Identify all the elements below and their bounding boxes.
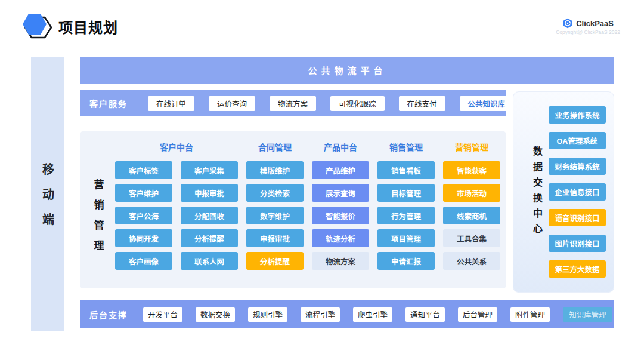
dc-item-oa-management-system[interactable]: OA管理系统 — [549, 132, 606, 149]
sidebar-label: 移动端 — [39, 150, 57, 238]
button-online-payment[interactable]: 在线支付 — [399, 96, 445, 111]
matrix-cell[interactable]: 物流方案 — [312, 252, 369, 270]
matrix-cell[interactable]: 模版维护 — [246, 161, 304, 179]
matrix-cell[interactable]: 项目管理 — [377, 229, 435, 247]
matrix-cell[interactable]: 分析提醒 — [181, 229, 238, 247]
brand-block: ClickPaaS Copyright@ ClickPaaS 2022 — [556, 18, 620, 35]
matrix-cell[interactable]: 行为管理 — [377, 207, 435, 224]
button-crawler-engine[interactable]: 爬虫引擎 — [353, 307, 392, 322]
matrix-row-label: 营销管理 — [91, 179, 106, 260]
button-visual-tracking[interactable]: 可视化跟踪 — [330, 96, 385, 111]
button-attachment-management[interactable]: 附件管理 — [510, 307, 550, 322]
platform-banner-title: 公共物流平台 — [308, 64, 386, 76]
marketing-matrix-panel: 营销管理 客户中台 合同管理 产品中台 销售管理 营销管理 客户标签 客户采集 … — [80, 131, 506, 288]
matrix-cell[interactable]: 市场活动 — [443, 184, 500, 202]
matrix-cell[interactable]: 展示查询 — [312, 184, 369, 202]
data-exchange-center-panel: 数据交换中心 业务操作系统 OA管理系统 财务结算系统 企业信息接口 语音识别接… — [513, 91, 614, 293]
matrix-cell[interactable]: 申报审批 — [181, 184, 238, 202]
backend-support-label: 后台支撑 — [89, 309, 140, 321]
button-online-order[interactable]: 在线订单 — [148, 96, 194, 111]
matrix-cell[interactable]: 客户画像 — [115, 252, 172, 270]
matrix-cell[interactable]: 分析提醒 — [246, 252, 304, 270]
sidebar-mobile: 移动端 — [31, 57, 64, 331]
matrix-cell[interactable]: 数字维护 — [246, 207, 304, 224]
button-process-engine[interactable]: 流程引擎 — [301, 307, 340, 322]
matrix-cell[interactable]: 智能报价 — [312, 207, 369, 224]
dc-item-image-recognition-interface[interactable]: 图片识别接口 — [549, 235, 606, 252]
matrix-cell[interactable]: 工具合集 — [443, 229, 500, 247]
matrix-cell[interactable]: 客户公海 — [115, 207, 172, 224]
button-backend-management[interactable]: 后台管理 — [458, 307, 497, 322]
matrix-cell[interactable]: 线索商机 — [443, 207, 500, 224]
customer-service-band: 客户服务 在线订单 运价查询 物流方案 可视化跟踪 在线支付 公共知识库 — [80, 90, 506, 116]
dc-item-financial-settlement-system[interactable]: 财务结算系统 — [549, 158, 606, 175]
matrix-cell[interactable]: 智能获客 — [443, 161, 500, 179]
data-center-items: 业务操作系统 OA管理系统 财务结算系统 企业信息接口 语音识别接口 图片识别接… — [549, 106, 606, 278]
matrix-cell[interactable]: 销售看板 — [377, 161, 435, 179]
dc-item-third-party-big-data[interactable]: 第三方大数据 — [549, 260, 606, 278]
customer-service-buttons: 在线订单 运价查询 物流方案 可视化跟踪 在线支付 公共知识库 — [148, 96, 513, 111]
clickpaas-logo-icon — [562, 18, 573, 29]
header-contract-management: 合同管理 — [246, 141, 304, 153]
button-logistics-plan[interactable]: 物流方案 — [270, 96, 316, 111]
matrix-cell[interactable]: 申请汇报 — [377, 252, 435, 270]
matrix-cell[interactable]: 产品维护 — [312, 161, 369, 179]
backend-buttons: 开发平台 数据交换 规则引擎 流程引擎 爬虫引擎 通知平台 后台管理 附件管理 … — [143, 307, 612, 322]
button-rule-engine[interactable]: 规则引擎 — [248, 307, 287, 322]
matrix-cell[interactable]: 申报审批 — [246, 229, 304, 247]
copyright-text: Copyright@ ClickPaaS 2022 — [556, 29, 620, 35]
button-data-exchange[interactable]: 数据交换 — [196, 307, 235, 322]
matrix-cell[interactable]: 目标管理 — [377, 184, 435, 202]
dc-item-enterprise-info-interface[interactable]: 企业信息接口 — [549, 183, 606, 201]
matrix-cell[interactable]: 客户维护 — [115, 184, 172, 202]
dc-item-voice-recognition-interface[interactable]: 语音识别接口 — [549, 209, 606, 226]
page-title: 项目规划 — [58, 16, 118, 37]
data-center-label: 数据交换中心 — [530, 146, 544, 239]
button-public-knowledge-base[interactable]: 公共知识库 — [460, 96, 514, 111]
matrix-cell[interactable]: 分配回收 — [181, 207, 238, 224]
matrix-headers: 客户中台 合同管理 产品中台 销售管理 营销管理 — [115, 141, 500, 153]
matrix-cell[interactable]: 协同开发 — [115, 229, 172, 247]
matrix-cell[interactable]: 客户采集 — [181, 161, 238, 179]
header-customer-middle-platform: 客户中台 — [115, 141, 238, 153]
header-marketing-management: 营销管理 — [443, 141, 500, 153]
header-sales-management: 销售管理 — [377, 141, 435, 153]
dc-item-business-operation-system[interactable]: 业务操作系统 — [549, 106, 606, 124]
app-logo-hexagon-icon — [21, 12, 52, 39]
platform-banner: 公共物流平台 — [80, 57, 614, 84]
matrix-cell[interactable]: 分类检索 — [246, 184, 304, 202]
button-freight-query[interactable]: 运价查询 — [209, 96, 255, 111]
matrix-cell[interactable]: 客户标签 — [115, 161, 172, 179]
matrix-cell[interactable]: 轨迹分析 — [312, 229, 369, 247]
button-dev-platform[interactable]: 开发平台 — [143, 307, 182, 322]
data-center-label-wrap: 数据交换中心 — [527, 146, 546, 239]
matrix-cell[interactable]: 公共关系 — [443, 252, 500, 270]
header-product-middle-platform: 产品中台 — [312, 141, 369, 153]
customer-service-label: 客户服务 — [89, 97, 140, 109]
matrix-grid: 客户标签 客户采集 模版维护 产品维护 销售看板 智能获客 客户维护 申报审批 … — [115, 161, 500, 270]
matrix-cell[interactable]: 联系人网 — [181, 252, 238, 270]
button-notification-platform[interactable]: 通知平台 — [405, 307, 445, 322]
backend-support-band: 后台支撑 开发平台 数据交换 规则引擎 流程引擎 爬虫引擎 通知平台 后台管理 … — [80, 300, 614, 328]
button-knowledge-base-management[interactable]: 知识库管理 — [563, 307, 612, 322]
brand-name: ClickPaaS — [576, 19, 614, 28]
matrix-row-label-wrap: 营销管理 — [88, 179, 108, 260]
